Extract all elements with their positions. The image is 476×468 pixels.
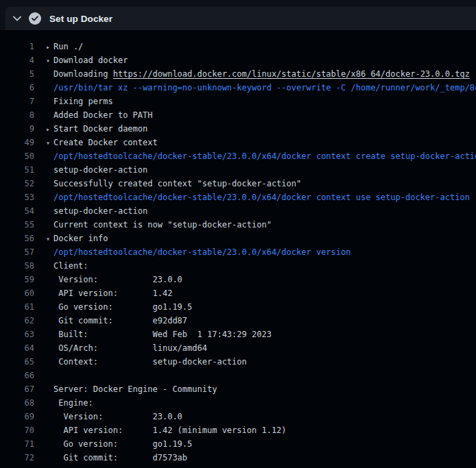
line-number[interactable]: 52 (0, 177, 34, 190)
log-line: 59 Version: 23.0.0 (0, 273, 476, 286)
log-line: 50 /opt/hostedtoolcache/docker-stable/23… (0, 149, 476, 163)
line-content: Client: (34, 259, 476, 273)
log-line: 54 setup-docker-action (0, 204, 476, 218)
log-line: 7 Fixing perms (0, 95, 476, 108)
line-content: Successfully created context "setup-dock… (34, 177, 476, 190)
log-line: 63 Built: Wed Feb 1 17:43:29 2023 (0, 328, 476, 341)
line-content: Context: setup-docker-action (34, 355, 476, 369)
chevron-down-icon[interactable] (5, 16, 29, 21)
command-text: /opt/hostedtoolcache/docker-stable/23.0.… (34, 149, 476, 163)
log-line: 65 Context: setup-docker-action (0, 355, 476, 369)
line-number[interactable]: 67 (0, 382, 34, 396)
log-line: 4 ▾Download docker (0, 53, 476, 67)
line-content: ▾Create Docker context (34, 136, 476, 149)
log-line: 69 Version: 23.0.0 (0, 410, 476, 423)
line-content: Downloading https://download.docker.com/… (34, 67, 476, 81)
log-line: 5 Downloading https://download.docker.co… (0, 67, 476, 81)
line-number[interactable]: 55 (0, 218, 34, 232)
log-line: 49 ▾Create Docker context (0, 136, 476, 149)
triangle-right-icon[interactable]: ▸ (46, 40, 53, 53)
log-line: 60 API version: 1.42 (0, 286, 476, 300)
log-url-link[interactable]: https://download.docker.com/linux/static… (113, 69, 470, 79)
log-line: 9 ▸Start Docker daemon (0, 122, 476, 136)
line-number[interactable]: 1 (0, 40, 34, 53)
line-number[interactable]: 4 (0, 53, 34, 67)
log-line: 6 /usr/bin/tar xz --warning=no-unknown-k… (0, 81, 476, 95)
line-number[interactable]: 60 (0, 286, 34, 300)
line-content: Server: Docker Engine - Community (34, 382, 476, 396)
line-number[interactable]: 65 (0, 355, 34, 369)
log-line: 70 API version: 1.42 (minimum version 1.… (0, 423, 476, 437)
line-number[interactable]: 54 (0, 204, 34, 218)
line-number[interactable]: 64 (0, 341, 34, 355)
log-line: 61 Go version: go1.19.5 (0, 300, 476, 314)
log-line: 66 (0, 369, 476, 382)
line-number[interactable]: 8 (0, 108, 34, 122)
line-content: Current context is now "setup-docker-act… (34, 218, 476, 232)
step-header[interactable]: Set up Docker (5, 7, 476, 30)
log-line: 1 ▸Run ./ (0, 40, 476, 53)
line-content: Version: 23.0.0 (34, 273, 476, 286)
triangle-down-icon[interactable]: ▾ (46, 232, 53, 245)
line-number[interactable]: 62 (0, 314, 34, 328)
line-content: ▾Docker info (34, 232, 476, 245)
log-line: 64 OS/Arch: linux/amd64 (0, 341, 476, 355)
log-line: 52 Successfully created context "setup-d… (0, 177, 476, 190)
log-line: 56 ▾Docker info (0, 232, 476, 245)
line-content: Git commit: e92dd87 (34, 314, 476, 328)
log-line: 57 /opt/hostedtoolcache/docker-stable/23… (0, 245, 476, 259)
group-title[interactable]: Run ./ (53, 42, 83, 51)
line-number[interactable]: 49 (0, 136, 34, 149)
line-content (34, 369, 476, 382)
command-text: /opt/hostedtoolcache/docker-stable/23.0.… (34, 245, 476, 259)
log-line: 71 Go version: go1.19.5 (0, 437, 476, 451)
line-number[interactable]: 5 (0, 67, 34, 81)
line-number[interactable]: 59 (0, 273, 34, 286)
line-number[interactable]: 71 (0, 437, 34, 451)
line-content: Go version: go1.19.5 (34, 437, 476, 451)
line-number[interactable]: 9 (0, 122, 34, 136)
triangle-down-icon[interactable]: ▾ (46, 136, 53, 149)
group-title[interactable]: Download docker (53, 56, 128, 65)
line-number[interactable]: 58 (0, 259, 34, 273)
line-number[interactable]: 68 (0, 396, 34, 410)
line-content: ▸Run ./ (34, 40, 476, 53)
triangle-right-icon[interactable]: ▸ (46, 123, 53, 136)
log-area: 1 ▸Run ./ 4 ▾Download docker 5 Downloadi… (0, 30, 476, 468)
line-content: OS/Arch: linux/amd64 (34, 341, 476, 355)
group-title[interactable]: Create Docker context (53, 138, 158, 147)
line-number[interactable]: 63 (0, 328, 34, 341)
line-content: setup-docker-action (34, 163, 476, 177)
log-line: 72 Git commit: d7573ab (0, 451, 476, 465)
line-number[interactable]: 56 (0, 232, 34, 245)
line-number[interactable]: 66 (0, 369, 34, 382)
line-number[interactable]: 7 (0, 95, 34, 108)
line-content: Engine: (34, 396, 476, 410)
log-line: 68 Engine: (0, 396, 476, 410)
line-content: Built: Wed Feb 1 17:43:29 2023 (34, 328, 476, 341)
log-lines: 1 ▸Run ./ 4 ▾Download docker 5 Downloadi… (0, 40, 476, 465)
check-circle-icon (29, 12, 41, 25)
log-line: 53 /opt/hostedtoolcache/docker-stable/23… (0, 190, 476, 204)
line-number[interactable]: 53 (0, 190, 34, 204)
step-title: Set up Docker (49, 14, 112, 24)
line-number[interactable]: 70 (0, 423, 34, 437)
line-number[interactable]: 69 (0, 410, 34, 423)
line-number[interactable]: 61 (0, 300, 34, 314)
group-title[interactable]: Docker info (53, 234, 108, 243)
line-number[interactable]: 72 (0, 451, 34, 465)
line-number[interactable]: 50 (0, 149, 34, 163)
line-number[interactable]: 6 (0, 81, 34, 95)
line-number[interactable]: 57 (0, 245, 34, 259)
line-number[interactable]: 51 (0, 163, 34, 177)
line-content: Go version: go1.19.5 (34, 300, 476, 314)
line-content: Version: 23.0.0 (34, 410, 476, 423)
command-text: /opt/hostedtoolcache/docker-stable/23.0.… (34, 190, 476, 204)
line-content: Fixing perms (34, 95, 476, 108)
line-content: Git commit: d7573ab (34, 451, 476, 465)
group-title[interactable]: Start Docker daemon (53, 124, 147, 134)
line-content: Added Docker to PATH (34, 108, 476, 122)
triangle-down-icon[interactable]: ▾ (46, 54, 53, 67)
line-content: API version: 1.42 (34, 286, 476, 300)
log-line: 51 setup-docker-action (0, 163, 476, 177)
